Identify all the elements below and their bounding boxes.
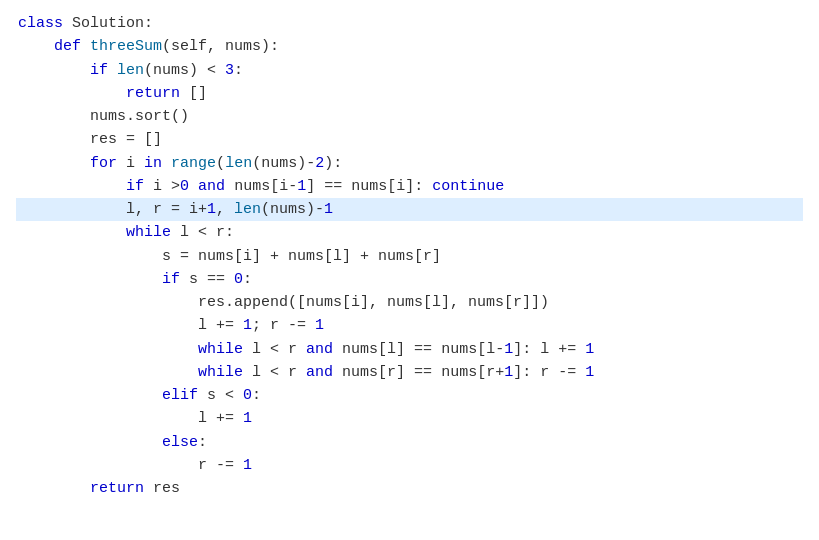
code-line-12: if s == 0:	[16, 268, 803, 291]
code-line-15: while l < r and nums[l] == nums[l-1]: l …	[16, 338, 803, 361]
code-line-4: return []	[16, 82, 803, 105]
code-line-10: while l < r:	[16, 221, 803, 244]
code-line-20: r -= 1	[16, 454, 803, 477]
code-line-13: res.append([nums[i], nums[l], nums[r]])	[16, 291, 803, 314]
code-line-2: def threeSum(self, nums):	[16, 35, 803, 58]
code-line-11: s = nums[i] + nums[l] + nums[r]	[16, 245, 803, 268]
code-line-17: elif s < 0:	[16, 384, 803, 407]
code-line-14: l += 1; r -= 1	[16, 314, 803, 337]
code-line-6: res = []	[16, 128, 803, 151]
code-line-7: for i in range(len(nums)-2):	[16, 152, 803, 175]
code-line-21: return res	[16, 477, 803, 500]
code-line-9: l, r = i+1, len(nums)-1	[16, 198, 803, 221]
code-line-3: if len(nums) < 3:	[16, 59, 803, 82]
code-line-8: if i >0 and nums[i-1] == nums[i]: contin…	[16, 175, 803, 198]
code-line-16: while l < r and nums[r] == nums[r+1]: r …	[16, 361, 803, 384]
code-line-5: nums.sort()	[16, 105, 803, 128]
code-line-18: l += 1	[16, 407, 803, 430]
code-container: class Solution: def threeSum(self, nums)…	[0, 0, 819, 540]
code-line-19: else:	[16, 431, 803, 454]
code-line-1: class Solution:	[16, 12, 803, 35]
